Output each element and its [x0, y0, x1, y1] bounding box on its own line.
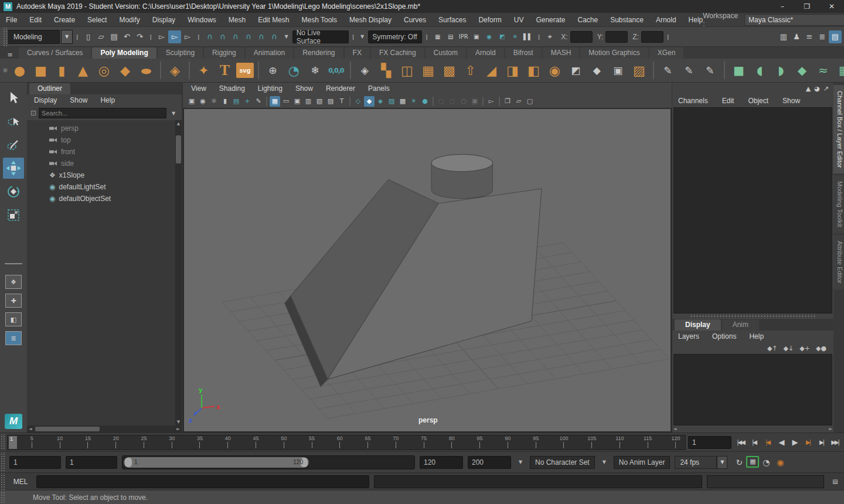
play-backwards-button[interactable]: ◀ — [774, 436, 788, 449]
outliner-menu-item[interactable]: Help — [100, 96, 115, 104]
sculpt-tool-icon[interactable]: ■ — [729, 61, 748, 80]
hypershade-icon[interactable]: ◉ — [483, 30, 496, 43]
occlusion-icon[interactable]: ◌ — [436, 96, 447, 107]
grid-toggle-icon[interactable]: ▦ — [270, 96, 280, 107]
toolbar-separator[interactable] — [482, 97, 484, 106]
channel-manip-icon[interactable]: ▲ — [806, 85, 811, 93]
fill-hole-icon[interactable]: ▦ — [418, 61, 438, 80]
drag-handle[interactable] — [0, 434, 5, 450]
append-to-polygon-icon[interactable]: ▣ — [608, 61, 628, 80]
ep-curve-icon[interactable]: ✎ — [679, 61, 699, 80]
outliner-menu-item[interactable]: Show — [70, 96, 87, 104]
command-line-mode[interactable]: MEL — [9, 478, 32, 486]
redo-icon[interactable]: ↷ — [134, 30, 147, 43]
channel-box-list[interactable] — [673, 107, 832, 314]
channel-box-menu-item[interactable]: Object — [748, 97, 768, 105]
relax-brush-icon[interactable]: ◗ — [771, 61, 791, 80]
wireframe-icon[interactable]: ◇ — [353, 96, 363, 107]
layer-editor-tab[interactable]: Anim — [722, 319, 759, 331]
layer-list[interactable] — [673, 354, 832, 425]
isolate-select-icon[interactable]: ▣ — [469, 96, 480, 107]
viewport-menu-item[interactable]: Show — [295, 84, 313, 93]
drag-handle[interactable] — [0, 473, 5, 490]
x-input[interactable] — [570, 31, 593, 43]
fps-selector[interactable]: 24 fps ▼ — [675, 456, 727, 469]
shelf-separator[interactable] — [653, 62, 654, 79]
range-slider[interactable]: 1 120 — [122, 455, 415, 469]
human-ik-icon[interactable]: ♟ — [790, 30, 803, 43]
menu-item[interactable]: Substance — [610, 16, 644, 24]
current-frame-field[interactable]: 1 — [688, 436, 731, 449]
circularize-icon[interactable]: ◉ — [545, 61, 564, 80]
select-object-icon[interactable]: ▻ — [168, 30, 181, 43]
single-pane-icon[interactable]: ▢ — [525, 96, 535, 107]
poly-plane-icon[interactable]: ◆ — [115, 61, 135, 80]
create-curve-icon[interactable]: ✎ — [658, 61, 678, 80]
shelf-separator[interactable] — [160, 62, 161, 79]
layout-outliner-persp-button[interactable]: ≣ — [5, 331, 22, 345]
bookmark-icon[interactable]: ▮ — [220, 96, 230, 107]
menu-item[interactable]: Edit — [29, 16, 42, 24]
menu-item[interactable]: Cache — [577, 16, 598, 24]
shelf-separator[interactable] — [350, 62, 351, 79]
shelf-tab[interactable]: Poly Modeling — [92, 47, 156, 59]
tool-settings-icon[interactable]: ≣ — [816, 30, 829, 43]
layout-four-pane-button[interactable]: ✚ — [5, 294, 22, 308]
grease-pencil-icon[interactable]: ✎ — [253, 96, 264, 107]
character-set-dropdown-icon[interactable]: ▼ — [516, 456, 525, 469]
modeling-toolkit-icon[interactable]: ▥ — [777, 30, 790, 43]
shadows-icon[interactable]: ● — [420, 96, 430, 107]
poly-torus-icon[interactable]: ◎ — [94, 61, 114, 80]
open-render-view-icon[interactable]: ▦ — [431, 30, 444, 43]
current-frame-indicator[interactable]: 1 — [9, 436, 17, 449]
fps-value[interactable]: 24 fps — [675, 456, 717, 469]
lights-icon[interactable]: ☀ — [409, 96, 419, 107]
outliner-item[interactable]: persp — [27, 122, 182, 134]
scrollbar-thumb[interactable] — [35, 427, 100, 431]
viewport-menu-item[interactable]: Shading — [219, 84, 245, 93]
pinch-brush-icon[interactable]: ≈ — [814, 61, 833, 80]
rotate-tool[interactable] — [3, 181, 24, 202]
poly-disc-icon[interactable]: ● — [137, 65, 156, 76]
combine-icon[interactable]: ◈ — [355, 61, 375, 80]
viewport-menu-item[interactable]: Panels — [368, 84, 390, 93]
shelf-separator[interactable] — [724, 62, 725, 79]
menu-item[interactable]: Windows — [188, 16, 216, 24]
new-scene-icon[interactable]: ▯ — [82, 30, 95, 43]
toolbar-separator[interactable] — [349, 97, 350, 106]
select-hierarchy-icon[interactable]: ▻ — [155, 30, 168, 43]
anim-layer-dropdown-icon[interactable]: ▼ — [600, 456, 609, 469]
layer-editor-menu-item[interactable]: Layers — [678, 332, 699, 340]
shelf-tab[interactable]: FX — [345, 47, 370, 59]
shelf-tab[interactable]: MASH — [543, 47, 580, 59]
select-component-icon[interactable]: ▻ — [181, 30, 194, 43]
menu-item[interactable]: Mesh Display — [349, 16, 392, 24]
scroll-right-icon[interactable]: ► — [829, 427, 832, 431]
svg-tool-icon[interactable]: svg — [236, 63, 254, 78]
type-tool-icon[interactable]: T — [215, 61, 234, 80]
shelf-tab[interactable]: Rigging — [204, 47, 244, 59]
reset-transformations-icon[interactable]: 0,0,0 — [326, 61, 346, 80]
smooth-shade-icon[interactable]: ◆ — [364, 96, 375, 107]
tear-off-panel-icon[interactable]: ▱ — [513, 96, 524, 107]
scrollbar-thumb[interactable] — [176, 135, 181, 164]
menu-item[interactable]: Mesh — [229, 16, 246, 24]
shelf-tab[interactable]: Motion Graphics — [580, 47, 648, 59]
go-to-start-button[interactable]: |◀◀ — [734, 436, 747, 449]
character-set-field[interactable]: No Character Set — [530, 456, 595, 469]
paint-effects-icon[interactable]: ✳ — [509, 30, 522, 43]
viewport-canvas[interactable]: y x z persp — [184, 109, 671, 431]
mirror-icon[interactable]: ◫ — [397, 61, 417, 80]
poly-cone-icon[interactable]: ▲ — [73, 61, 93, 80]
save-scene-icon[interactable]: ▤ — [108, 30, 121, 43]
shelf-gear-icon[interactable]: ☼ — [2, 67, 8, 74]
smooth-brush-icon[interactable]: ◖ — [750, 61, 770, 80]
channel-box-icon[interactable]: ▤ — [829, 30, 842, 43]
boolean-icon[interactable]: ◧ — [524, 61, 543, 80]
layer-editor-menu-item[interactable]: Options — [712, 332, 736, 340]
range-start-handle[interactable] — [125, 458, 132, 467]
center-pivot-icon[interactable]: ⊕ — [263, 61, 283, 80]
channel-box-menu-item[interactable]: Edit — [722, 97, 734, 105]
layer-editor-menu-item[interactable]: Help — [749, 332, 764, 340]
outliner-item[interactable]: front — [27, 146, 182, 158]
